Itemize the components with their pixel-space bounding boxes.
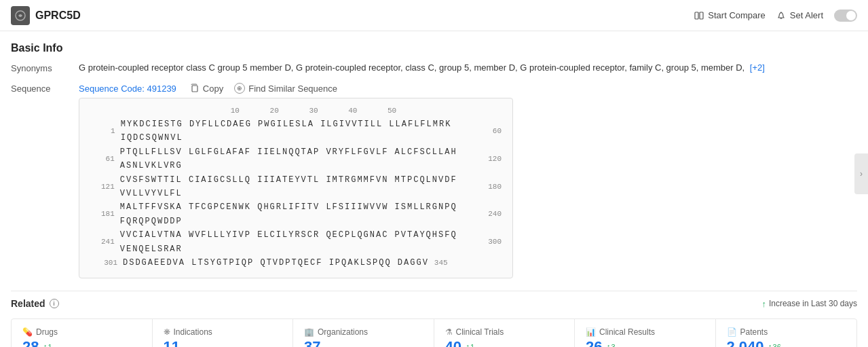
stat-label-row: 📊 Clinical Results	[586, 327, 704, 337]
stat-count: 26	[586, 340, 602, 347]
stat-cell[interactable]: ❋ Indications 11	[153, 319, 294, 347]
sequence-code-link[interactable]: Sequence Code: 491239	[79, 84, 176, 94]
sequence-box: 10 20 30 40 50 1 MYKDCIESTG DYFLLCDAEG P…	[79, 98, 513, 278]
stat-count-row: 26 ↑3	[586, 340, 704, 347]
stat-count-row: 28 ↑1	[22, 340, 141, 347]
stat-label: Organizations	[318, 327, 368, 337]
increase-badge: ↑ Increase in Last 30 days	[761, 299, 857, 309]
seq-num-right: 60	[493, 125, 502, 138]
seq-num-left: 181	[90, 208, 115, 221]
related-info-icon[interactable]: i	[50, 299, 59, 308]
copy-icon	[190, 84, 200, 93]
up-arrow-icon: ↑	[606, 342, 610, 347]
building-icon: 🏢	[304, 327, 314, 337]
stat-count: 28	[22, 340, 39, 347]
seq-codons: PTQLLFLLSV LGLFGLAFAF IIELNQQTAP VRYFLFG…	[120, 145, 483, 173]
stat-count-row: 11	[164, 340, 282, 347]
header-right: Start Compare Set Alert	[694, 10, 857, 22]
stat-count: 11	[164, 340, 180, 347]
scroll-indicator[interactable]: ›	[854, 153, 868, 194]
stat-label-row: ❋ Indications	[164, 327, 282, 337]
seq-num-left: 121	[90, 181, 115, 194]
seq-codons: VVCIALVTNA WVFLLLYIVP ELCILYRSCR QECPLQG…	[120, 228, 483, 256]
seq-codons: CVSFSWTTIL CIAIGCSLLQ IIIATEYVTL IMTRGMM…	[120, 173, 483, 201]
stat-count-row: 2,040 ↑36	[727, 340, 846, 347]
stat-count-row: 40 ↑1	[445, 340, 564, 347]
svg-rect-3	[192, 86, 197, 92]
sequence-line: 61 PTQLLFLLSV LGLFGLAFAF IIELNQQTAP VRYF…	[90, 145, 502, 173]
up-arrow-icon: ↑	[761, 299, 766, 309]
header: GPRC5D Start Compare Set Alert	[0, 0, 868, 31]
seq-codons: MALTFFVSKA TFCGPCENWK QHGRLIFITV LFSIIIW…	[120, 200, 483, 228]
svg-rect-2	[700, 12, 703, 19]
sequence-row: Sequence Sequence Code: 491239 Copy	[11, 83, 857, 278]
alert-toggle[interactable]	[834, 10, 857, 22]
stat-label-row: 🏢 Organizations	[304, 327, 423, 337]
seq-num-left: 241	[90, 236, 115, 249]
sequence-actions: Copy ⊕ Find Similar Sequence	[190, 83, 337, 94]
related-title: Related i	[11, 298, 59, 309]
stat-label: Drugs	[36, 327, 58, 337]
copy-button[interactable]: Copy	[190, 84, 223, 94]
set-alert-button[interactable]: Set Alert	[776, 10, 823, 20]
sequence-line: 241 VVCIALVTNA WVFLLLYIVP ELCILYRSCR QEC…	[90, 228, 502, 256]
sequence-line: 181 MALTFFVSKA TFCGPCENWK QHGRLIFITV LFS…	[90, 200, 502, 228]
stat-count: 2,040	[727, 340, 764, 347]
seq-num-right: 240	[488, 208, 502, 221]
stat-label-row: 💊 Drugs	[22, 327, 141, 337]
stat-up: ↑36	[768, 342, 781, 347]
stat-label: Patents	[740, 327, 768, 337]
start-compare-button[interactable]: Start Compare	[694, 10, 766, 20]
seq-codons: DSDGAEEDVA LTSYGTPIQP QTVDPTQECF IPQAKLS…	[123, 256, 429, 270]
synonyms-row: Synonyms G protein-coupled receptor clas…	[11, 62, 857, 73]
svg-rect-1	[695, 12, 698, 19]
sequence-ruler: 10 20 30 40 50	[90, 107, 502, 115]
page-title: GPRC5D	[35, 10, 81, 22]
stat-up: ↑1	[466, 342, 474, 347]
stat-up: ↑3	[606, 342, 615, 347]
stat-up: ↑1	[43, 342, 52, 347]
synonyms-more-link[interactable]: [+2]	[750, 62, 765, 73]
sequence-label: Sequence	[11, 83, 79, 94]
sequence-line: 1 MYKDCIESTG DYFLLCDAEG PWGILESLA ILGIVV…	[90, 117, 502, 145]
stat-cell[interactable]: 💊 Drugs 28 ↑1	[12, 319, 153, 347]
stat-count-row: 37	[304, 340, 423, 347]
alert-icon	[776, 11, 786, 20]
pill-icon: 💊	[22, 327, 33, 337]
up-arrow-icon: ↑	[768, 342, 772, 347]
seq-num-right: 345	[434, 257, 448, 270]
stat-cell[interactable]: 🏢 Organizations 37	[293, 319, 434, 347]
seq-num-right: 180	[488, 181, 502, 194]
seq-num-left: 1	[90, 125, 115, 138]
seq-codons: MYKDCIESTG DYFLLCDAEG PWGILESLA ILGIVVTI…	[121, 117, 487, 145]
stat-count: 37	[304, 340, 320, 347]
seq-num-left: 61	[90, 153, 115, 166]
up-arrow-icon: ↑	[466, 342, 470, 347]
stat-label-row: ⚗ Clinical Trials	[445, 327, 564, 337]
stat-count: 40	[445, 340, 461, 347]
chart-icon: 📊	[586, 327, 596, 337]
stat-cell[interactable]: 📄 Patents 2,040 ↑36	[716, 319, 857, 347]
synonyms-label: Synonyms	[11, 62, 79, 73]
find-similar-icon: ⊕	[234, 83, 245, 94]
find-similar-button[interactable]: ⊕ Find Similar Sequence	[234, 83, 337, 94]
flask-icon: ⚗	[445, 327, 453, 337]
stat-label: Clinical Trials	[456, 327, 504, 337]
app-logo	[11, 6, 30, 25]
main-content: Basic Info Synonyms G protein-coupled re…	[0, 31, 868, 347]
related-section: Related i ↑ Increase in Last 30 days 💊 D…	[11, 291, 857, 347]
seq-num-left: 301	[90, 257, 117, 270]
patent-icon: 📄	[727, 327, 737, 337]
stat-label-row: 📄 Patents	[727, 327, 846, 337]
synonyms-value: G protein-coupled receptor class C group…	[79, 62, 857, 73]
basic-info-section: Basic Info Synonyms G protein-coupled re…	[11, 42, 857, 278]
stat-cell[interactable]: ⚗ Clinical Trials 40 ↑1	[434, 319, 575, 347]
compare-icon	[694, 11, 704, 20]
seq-num-right: 120	[488, 153, 502, 166]
header-left: GPRC5D	[11, 6, 81, 25]
sequence-lines-container: 1 MYKDCIESTG DYFLLCDAEG PWGILESLA ILGIVV…	[90, 117, 502, 270]
stat-cell[interactable]: 📊 Clinical Results 26 ↑3	[575, 319, 716, 347]
related-header: Related i ↑ Increase in Last 30 days	[11, 298, 857, 309]
network-icon: ❋	[164, 327, 170, 337]
stat-label: Indications	[174, 327, 212, 337]
